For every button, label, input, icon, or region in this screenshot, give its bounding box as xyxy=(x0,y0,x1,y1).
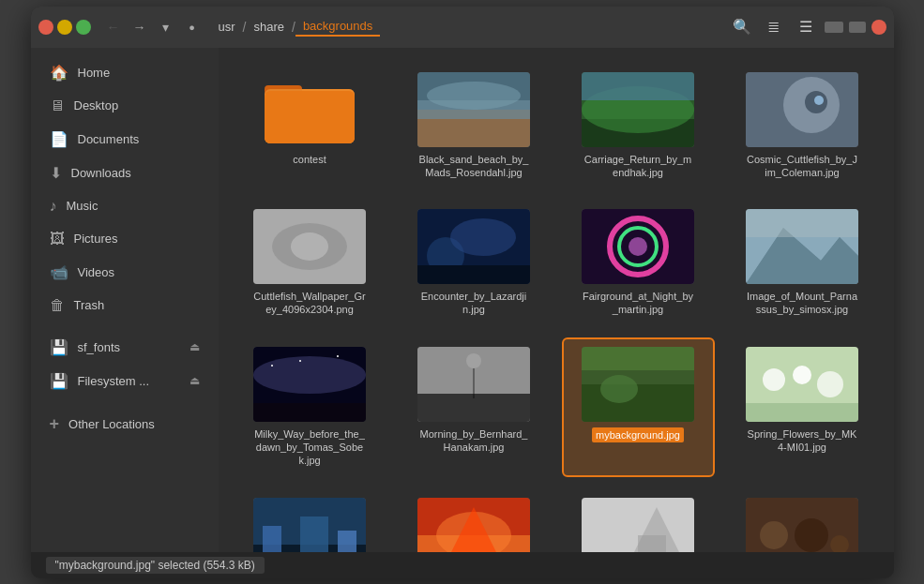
location-button[interactable]: ● xyxy=(181,16,204,38)
sidebar-item-label-sf-fonts: sf_fonts xyxy=(78,340,121,354)
thumbnail-cosmic-cuttlefish xyxy=(746,72,858,147)
file-name-contest: contest xyxy=(293,153,326,166)
sidebar-item-videos[interactable]: 📹 Videos xyxy=(35,256,215,289)
history-button[interactable]: ▾ xyxy=(155,16,177,38)
file-item-milky-way[interactable]: Milky_Way_before_the_dawn_by_Tomas_Sobek… xyxy=(234,337,386,477)
thumbnail-carriage-return xyxy=(582,72,694,147)
file-name-cuttlefish-wallpaper: Cuttlefish_Wallpaper_Grey_4096x2304.png xyxy=(253,290,366,317)
statusbar-text: "mybackground.jpg" selected (554.3 kB) xyxy=(46,557,265,574)
file-item-contest[interactable]: contest xyxy=(234,63,386,189)
file-name-spring-flowers: Spring_Flowers_by_MK4-MI01.jpg xyxy=(746,427,858,455)
thumbnail-spring-flowers xyxy=(746,347,858,422)
sidebar-item-downloads[interactable]: ⬇ Downloads xyxy=(35,157,215,189)
window-restore-button[interactable] xyxy=(849,22,866,33)
svg-point-36 xyxy=(337,355,339,357)
file-item-fairground[interactable]: Fairground_at_Night_by_martin.jpg xyxy=(562,200,715,326)
videos-icon: 📹 xyxy=(50,263,68,281)
file-item-encounter[interactable]: Encounter_by_Lazardjin.jpg xyxy=(398,200,551,326)
svg-rect-55 xyxy=(338,531,356,552)
music-icon: ♪ xyxy=(50,198,57,215)
titlebar: ← → ▾ ● usr / share / backgrounds 🔍 ≣ ☰ xyxy=(31,7,894,48)
other-locations-icon: + xyxy=(50,414,60,434)
file-item-mount-parnassus[interactable]: Image_of_Mount_Parnassus_by_simosx.jpg xyxy=(726,200,879,326)
file-item-ubuntu[interactable]: ubuntu-c... xyxy=(562,488,715,552)
titlebar-actions: 🔍 ≣ ☰ xyxy=(729,14,886,40)
file-item-morning[interactable]: Morning_by_Bernhard_Hanakam.jpg xyxy=(398,337,551,477)
img-svg-morning xyxy=(417,347,530,422)
back-button[interactable]: ← xyxy=(102,16,125,38)
sidebar-item-label-filesystem: Filesystem ... xyxy=(78,374,150,388)
sidebar-item-filesystem[interactable]: 💾 Filesystem ... ⏏ xyxy=(35,365,215,397)
breadcrumb-usr[interactable]: usr xyxy=(211,18,243,36)
svg-point-65 xyxy=(795,518,828,552)
home-icon: 🏠 xyxy=(50,64,68,82)
svg-rect-53 xyxy=(263,526,281,552)
svg-rect-3 xyxy=(265,91,355,143)
svg-rect-62 xyxy=(638,535,666,552)
sidebar-item-other-locations[interactable]: + Other Locations xyxy=(35,407,215,442)
file-item-tapiola[interactable]: Tapiola_Espoo_... xyxy=(234,488,386,552)
breadcrumb-backgrounds[interactable]: backgrounds xyxy=(295,17,380,37)
svg-rect-11 xyxy=(582,72,694,100)
sidebar-item-label-trash: Trash xyxy=(74,298,105,312)
list-view-button[interactable]: ≣ xyxy=(761,14,787,40)
drive-icon-fs: 💾 xyxy=(50,372,68,390)
sidebar-item-home[interactable]: 🏠 Home xyxy=(35,56,215,89)
breadcrumb-share[interactable]: share xyxy=(246,18,292,36)
window-minimize-button[interactable] xyxy=(825,22,843,33)
file-item-cuttlefish-wallpaper[interactable]: Cuttlefish_Wallpaper_Grey_4096x2304.png xyxy=(234,200,386,326)
img-svg-black-sand xyxy=(417,72,530,147)
pictures-icon: 🖼 xyxy=(50,231,65,247)
file-area: contest Black_sand_beach_by_Mads_Rosenda… xyxy=(219,48,894,552)
maximize-button[interactable] xyxy=(76,20,91,35)
close-button[interactable] xyxy=(38,20,53,35)
file-item-last[interactable]: ... xyxy=(726,488,879,552)
file-item-mybackground[interactable]: mybackground.jpg xyxy=(562,337,715,477)
file-item-touch-de-vert[interactable]: touch_de_vert_by_... xyxy=(398,488,551,552)
desktop-icon: 🖥 xyxy=(50,97,65,114)
file-item-black-sand[interactable]: Black_sand_beach_by_Mads_Rosendahl.jpg xyxy=(398,63,551,189)
file-name-cosmic-cuttlefish: Cosmic_Cuttlefish_by_Jim_Coleman.jpg xyxy=(746,153,858,180)
sidebar-item-sf-fonts[interactable]: 💾 sf_fonts ⏏ xyxy=(35,331,215,364)
svg-point-7 xyxy=(427,82,521,110)
eject-icon-fs[interactable]: ⏏ xyxy=(189,374,200,387)
svg-point-26 xyxy=(629,237,647,256)
img-svg-tapiola xyxy=(253,498,366,552)
folder-icon-svg xyxy=(263,72,356,147)
file-name-fairground: Fairground_at_Night_by_martin.jpg xyxy=(582,290,694,317)
sidebar-item-documents[interactable]: 📄 Documents xyxy=(35,123,215,156)
sidebar-item-label-pictures: Pictures xyxy=(74,232,118,246)
svg-point-48 xyxy=(793,366,811,384)
img-svg-mybackground xyxy=(582,347,694,422)
sidebar-item-label-music: Music xyxy=(67,199,98,213)
search-button[interactable]: 🔍 xyxy=(729,14,755,40)
window-close-button[interactable] xyxy=(871,20,886,35)
minimize-button[interactable] xyxy=(57,20,72,35)
documents-icon: 📄 xyxy=(50,130,68,148)
sidebar-item-trash[interactable]: 🗑 Trash xyxy=(35,290,215,322)
svg-rect-50 xyxy=(746,403,858,422)
sidebar: 🏠 Home 🖥 Desktop 📄 Documents ⬇ Downloads… xyxy=(31,48,219,552)
img-svg-last xyxy=(746,498,858,552)
thumbnail-last xyxy=(746,498,858,552)
svg-rect-33 xyxy=(253,403,366,422)
menu-button[interactable]: ☰ xyxy=(793,14,819,40)
file-item-cosmic-cuttlefish[interactable]: Cosmic_Cuttlefish_by_Jim_Coleman.jpg xyxy=(726,63,879,189)
file-item-carriage-return[interactable]: Carriage_Return_by_mendhak.jpg xyxy=(562,63,715,189)
file-item-spring-flowers[interactable]: Spring_Flowers_by_MK4-MI01.jpg xyxy=(726,337,879,477)
img-svg-milky-way xyxy=(253,347,366,422)
thumbnail-mybackground xyxy=(582,347,694,422)
sidebar-item-label-documents: Documents xyxy=(78,132,140,146)
forward-button[interactable]: → xyxy=(129,16,151,38)
file-name-morning: Morning_by_Bernhard_Hanakam.jpg xyxy=(417,427,530,455)
sidebar-item-pictures[interactable]: 🖼 Pictures xyxy=(35,223,215,255)
svg-rect-54 xyxy=(300,517,328,552)
sidebar-item-desktop[interactable]: 🖥 Desktop xyxy=(35,90,215,122)
thumbnail-fairground xyxy=(582,209,694,284)
eject-icon-sf[interactable]: ⏏ xyxy=(189,340,200,353)
img-svg-spring xyxy=(746,347,858,422)
svg-point-18 xyxy=(291,232,328,261)
downloads-icon: ⬇ xyxy=(50,164,62,182)
file-manager-window: ← → ▾ ● usr / share / backgrounds 🔍 ≣ ☰ … xyxy=(31,7,894,578)
sidebar-item-music[interactable]: ♪ Music xyxy=(35,190,215,222)
